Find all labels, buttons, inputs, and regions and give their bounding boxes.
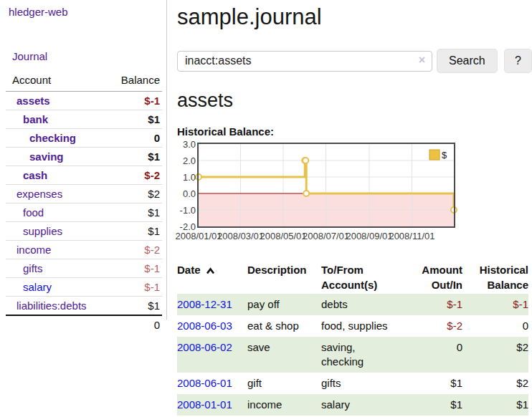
accounts-header-account: Account xyxy=(6,72,105,92)
account-name-cell: assets xyxy=(6,92,105,110)
chart-y-axis-label: 3.0 xyxy=(172,139,196,150)
account-name-cell: supplies xyxy=(6,222,105,241)
search-button[interactable]: Search xyxy=(437,49,498,73)
register-description-cell: income xyxy=(247,394,321,416)
register-amount-cell: 0 xyxy=(396,337,462,373)
account-link-salary[interactable]: salary xyxy=(23,281,52,293)
register-balance-cell: $1 xyxy=(462,394,528,416)
register-header-to/from-account(s)[interactable]: To/FromAccount(s) xyxy=(321,261,396,294)
account-link-cash[interactable]: cash xyxy=(23,169,47,181)
register-description-cell: save xyxy=(247,337,321,373)
main-content: sample.journal × Search ? assets Histori… xyxy=(168,0,532,416)
register-table: DateDescriptionTo/FromAccount(s)AmountOu… xyxy=(177,261,528,416)
transaction-date-link[interactable]: 2008-06-03 xyxy=(177,320,232,332)
brand-link[interactable]: hledger-web xyxy=(9,6,68,18)
account-link-liabilities:debts[interactable]: liabilities:debts xyxy=(16,299,87,312)
register-header-row: DateDescriptionTo/FromAccount(s)AmountOu… xyxy=(177,261,528,294)
help-button[interactable]: ? xyxy=(504,49,532,73)
account-link-assets[interactable]: assets xyxy=(16,95,50,107)
account-link-checking[interactable]: checking xyxy=(29,132,76,144)
chart-x-axis-label: 2008/09/01 xyxy=(346,231,392,241)
register-accounts-cell: debts xyxy=(321,294,396,315)
transaction-date-link[interactable]: 2008-06-01 xyxy=(177,377,232,389)
account-link-supplies[interactable]: supplies xyxy=(23,225,62,237)
chart-y-axis-label: -1.0 xyxy=(172,205,196,216)
account-link-saving[interactable]: saving xyxy=(29,150,64,163)
account-balance: $-1 xyxy=(105,92,162,110)
register-description-cell: eat & shop xyxy=(247,315,321,337)
register-amount-cell: $-2 xyxy=(396,315,462,337)
journal-link[interactable]: Journal xyxy=(12,50,47,62)
register-header-amount-out/in[interactable]: AmountOut/In xyxy=(396,261,462,294)
legend-label: $ xyxy=(442,150,447,160)
account-balance: $1 xyxy=(105,110,162,129)
chart-y-axis-label: 2.0 xyxy=(172,155,196,166)
account-row: checking0 xyxy=(6,129,162,148)
chart-x-axis-label: 2008/03/01 xyxy=(217,231,264,241)
register-amount-cell: $1 xyxy=(396,394,462,416)
account-balance: 0 xyxy=(105,129,162,148)
account-row: assets$-1 xyxy=(6,92,162,110)
register-balance-cell: 0 xyxy=(462,315,528,337)
chart-x-axis-label: 2008/01/01 xyxy=(175,231,222,241)
clear-search-icon[interactable]: × xyxy=(419,54,425,67)
register-row: 2008-06-01giftgifts$1$2 xyxy=(177,373,528,394)
register-amount-cell: $-1 xyxy=(396,294,462,315)
register-body: 2008-12-31pay offdebts$-1$-12008-06-03ea… xyxy=(177,294,528,416)
accounts-total-value: 0 xyxy=(105,315,162,334)
accounts-table: Account Balance assets$-1bank$1checking0… xyxy=(6,72,162,334)
account-name-cell: cash xyxy=(6,166,105,185)
account-row: liabilities:debts$1 xyxy=(6,297,162,316)
register-accounts-cell: gifts xyxy=(321,373,396,394)
accounts-total-spacer xyxy=(6,315,105,334)
register-date-cell: 2008-01-01 xyxy=(177,394,247,416)
register-date-cell: 2008-06-02 xyxy=(177,337,247,373)
transaction-date-link[interactable]: 2008-12-31 xyxy=(177,298,232,310)
search-input[interactable] xyxy=(177,51,432,72)
accounts-body: assets$-1bank$1checking0saving$1cash$-2e… xyxy=(6,92,162,316)
account-row: bank$1 xyxy=(6,110,162,129)
register-header-date[interactable]: Date xyxy=(177,261,247,294)
account-row: supplies$1 xyxy=(6,222,162,241)
account-balance: $2 xyxy=(105,185,162,203)
account-name-cell: bank xyxy=(6,110,105,129)
chart-plot-area: $ xyxy=(199,144,454,226)
sort-ascending-icon xyxy=(206,267,215,274)
register-header-description[interactable]: Description xyxy=(247,261,321,294)
register-row: 2008-01-01incomesalary$1$1 xyxy=(177,394,528,416)
account-name-cell: food xyxy=(6,203,105,222)
register-row: 2008-06-03eat & shopfood, supplies$-20 xyxy=(177,315,528,337)
accounts-total-row: 0 xyxy=(6,315,162,334)
account-balance: $1 xyxy=(105,203,162,222)
accounts-header-balance: Balance xyxy=(105,72,162,92)
account-row: gifts$-1 xyxy=(6,259,162,278)
register-date-cell: 2008-06-03 xyxy=(177,315,247,337)
register-balance-cell: $2 xyxy=(462,337,528,373)
transaction-date-link[interactable]: 2008-01-01 xyxy=(177,398,232,411)
account-link-expenses[interactable]: expenses xyxy=(16,188,62,200)
account-name-cell: gifts xyxy=(6,259,105,278)
chart-y-axis-label: 1.0 xyxy=(172,172,196,183)
account-name-cell: liabilities:debts xyxy=(6,297,105,316)
register-header-historical-balance[interactable]: HistoricalBalance xyxy=(462,261,528,294)
account-balance: $-2 xyxy=(105,241,162,259)
account-row: income$-2 xyxy=(6,241,162,259)
account-heading: assets xyxy=(177,90,532,112)
account-balance: $-1 xyxy=(105,278,162,297)
account-link-food[interactable]: food xyxy=(23,206,44,219)
register-date-cell: 2008-12-31 xyxy=(177,294,247,315)
chart-x-axis-label: 2008/07/01 xyxy=(303,231,349,241)
register-accounts-cell: salary xyxy=(321,394,396,416)
account-link-income[interactable]: income xyxy=(16,244,51,256)
data-point-marker xyxy=(303,191,309,196)
register-description-cell: pay off xyxy=(247,294,321,315)
transaction-date-link[interactable]: 2008-06-02 xyxy=(177,341,232,353)
account-link-bank[interactable]: bank xyxy=(23,113,48,125)
search-input-wrap: × xyxy=(177,51,432,72)
account-name-cell: expenses xyxy=(6,185,105,203)
account-row: expenses$2 xyxy=(6,185,162,203)
page-title: sample.journal xyxy=(177,4,532,30)
account-balance: $-2 xyxy=(105,166,162,185)
account-link-gifts[interactable]: gifts xyxy=(23,262,43,274)
account-row: salary$-1 xyxy=(6,278,162,297)
